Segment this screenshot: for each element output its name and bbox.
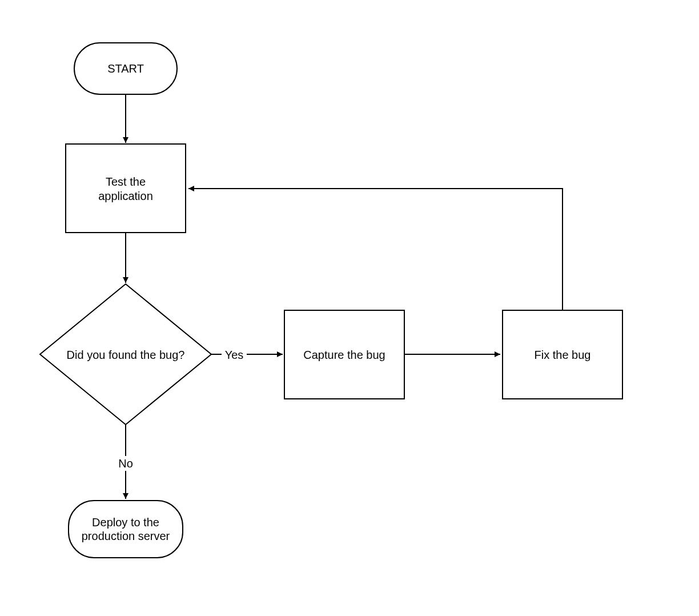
node-start-label: START bbox=[107, 62, 144, 75]
edge-decision-yes: Yes bbox=[211, 347, 283, 362]
node-test-label-2: application bbox=[98, 190, 153, 202]
svg-rect-12 bbox=[69, 501, 183, 558]
node-capture-label: Capture the bug bbox=[303, 349, 385, 361]
node-decision: Did you found the bug? bbox=[40, 284, 211, 425]
edge-decision-no: No bbox=[115, 425, 136, 499]
edge-decision-no-label: No bbox=[118, 457, 133, 470]
flowchart-canvas: START Test the application Did you found… bbox=[0, 0, 699, 616]
node-deploy: Deploy to the production server bbox=[69, 501, 183, 558]
node-test-label-1: Test the bbox=[106, 175, 146, 188]
node-fix: Fix the bug bbox=[503, 310, 622, 399]
node-deploy-label-1: Deploy to the bbox=[92, 516, 159, 529]
node-decision-label: Did you found the bug? bbox=[67, 349, 185, 361]
node-capture: Capture the bug bbox=[284, 310, 404, 399]
node-deploy-label-2: production server bbox=[82, 530, 170, 542]
node-test: Test the application bbox=[66, 144, 186, 233]
svg-rect-2 bbox=[66, 144, 186, 233]
edge-decision-yes-label: Yes bbox=[225, 349, 244, 361]
edge-fix-to-test bbox=[188, 189, 563, 310]
node-fix-label: Fix the bug bbox=[535, 349, 591, 361]
node-start: START bbox=[74, 43, 177, 94]
